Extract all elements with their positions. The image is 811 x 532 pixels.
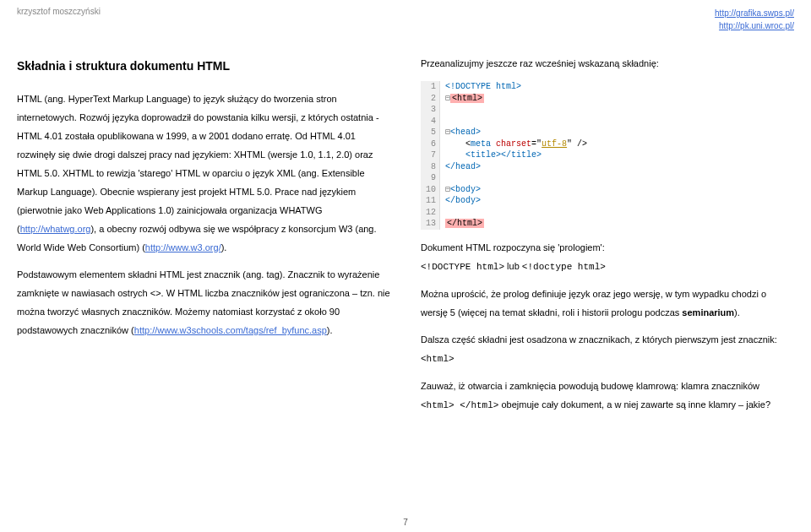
header-link-1[interactable]: http://grafika.swps.pl/ — [715, 8, 794, 18]
code-line: </head> — [445, 162, 481, 171]
code-line-highlight: </html> — [445, 219, 484, 228]
link-w3[interactable]: http://www.w3.org/ — [145, 242, 221, 252]
code-line: < — [445, 139, 471, 149]
code-line: <head> — [450, 128, 481, 137]
header-link-2[interactable]: http://pk.uni.wroc.pl/ — [719, 21, 794, 30]
left-paragraph-2: Podstawowym elementem składni HTML jest … — [17, 265, 390, 339]
left-column: Składnia i struktura dokumentu HTML HTML… — [17, 54, 390, 423]
inline-code: <html> </html> — [421, 400, 498, 410]
text: ). — [327, 325, 333, 335]
code-line: " /> — [567, 139, 587, 149]
right-intro: Przeanalizujmy jeszcze raz wcześniej wsk… — [421, 54, 794, 73]
text: HTML (ang. HyperText Markup Language) to… — [17, 94, 379, 234]
text: obejmuje cały dokument, a w niej zawarte… — [498, 399, 770, 410]
page-header: krzysztof moszczyński http://grafika.swp… — [17, 7, 794, 32]
content-columns: Składnia i struktura dokumentu HTML HTML… — [17, 54, 794, 423]
code-line: </body> — [445, 196, 481, 205]
right-paragraph-version: Można uprościć, że prolog definiuje języ… — [421, 285, 794, 322]
code-line: <body> — [450, 185, 481, 194]
text: Zauważ, iż otwarcia i zamknięcia powoduj… — [421, 381, 759, 391]
code-value: utf-8 — [542, 139, 567, 149]
text: ). — [221, 242, 227, 252]
page-container: krzysztof moszczyński http://grafika.swp… — [0, 0, 811, 423]
text: Dalsza część składni jest osadzona w zna… — [421, 334, 777, 345]
header-author: krzysztof moszczyński — [17, 7, 101, 32]
code-line: =" — [531, 139, 542, 149]
right-paragraph-nesting: Zauważ, iż otwarcia i zamknięcia powoduj… — [421, 377, 794, 415]
text-bold: seminarium — [682, 307, 734, 318]
page-number: 7 — [403, 518, 408, 527]
inline-code: <!DOCTYPE html> — [421, 262, 504, 272]
code-block: 1<!DOCTYPE html> 2⊟<html> 3 4 5⊟<head> 6… — [421, 81, 794, 230]
header-links: http://grafika.swps.pl/ http://pk.uni.wr… — [715, 7, 794, 32]
left-paragraph-1: HTML (ang. HyperText Markup Language) to… — [17, 90, 390, 257]
link-w3schools[interactable]: http://www.w3schools.com/tags/ref_byfunc… — [134, 325, 327, 335]
code-line-highlight: <html> — [450, 94, 484, 103]
inline-code: <html> — [421, 354, 454, 364]
right-column: Przeanalizujmy jeszcze raz wcześniej wsk… — [421, 54, 794, 423]
section-title: Składnia i struktura dokumentu HTML — [17, 54, 390, 78]
code-attr: charset — [496, 139, 531, 149]
inline-code: <!doctype html> — [522, 262, 606, 272]
code-keyword: meta — [471, 139, 491, 149]
code-line: <title></title> — [445, 150, 542, 160]
right-paragraph-tag: Dalsza część składni jest osadzona w zna… — [421, 330, 794, 368]
code-line: <!DOCTYPE html> — [445, 82, 521, 91]
link-whatwg[interactable]: http://whatwg.org — [20, 224, 91, 234]
text: lub — [504, 261, 522, 271]
right-paragraph-prolog: Dokument HTML rozpoczyna się 'prologiem'… — [421, 238, 794, 276]
text: ). — [734, 307, 740, 318]
text: Dokument HTML rozpoczyna się 'prologiem'… — [421, 242, 605, 252]
